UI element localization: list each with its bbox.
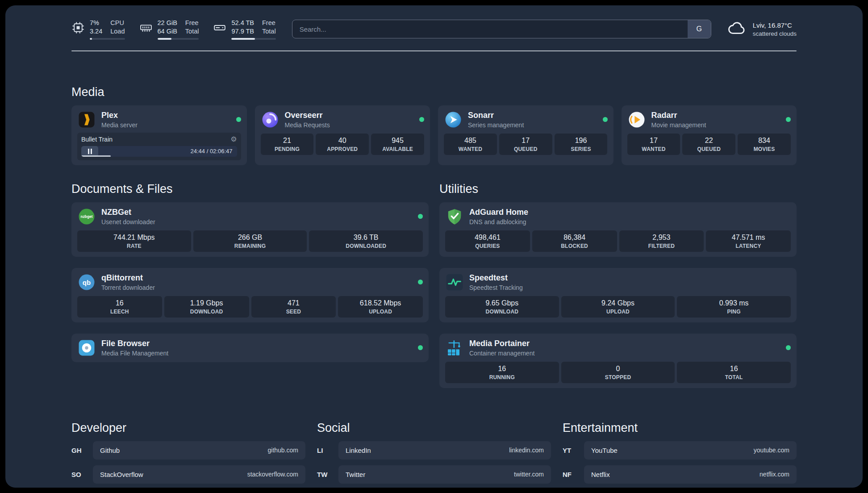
media-grid: Plex Media server Bullet Train ⚙ — [71, 105, 797, 165]
search-input[interactable] — [292, 20, 688, 38]
total-label: Total — [185, 27, 199, 36]
bookmark-stackoverflow[interactable]: StackOverflow stackoverflow.com — [93, 465, 305, 484]
section-title-social: Social — [317, 421, 551, 435]
svg-text:qb: qb — [83, 278, 91, 286]
memory-icon — [139, 21, 153, 34]
filebrowser-card[interactable]: File Browser Media File Management — [71, 334, 429, 362]
svg-text:nzbget: nzbget — [81, 214, 93, 219]
browser-frame: 7% 3.24 CPU Load — [0, 0, 868, 493]
bookmark-row-twitter: TW Twitter twitter.com — [317, 465, 551, 484]
overseerr-card[interactable]: Overseerr Media Requests 21 PENDING 40 A… — [255, 105, 430, 165]
stat-upload: 618.52 Mbps UPLOAD — [338, 296, 423, 318]
utilities-column: Utilities — [439, 182, 797, 388]
dashboard-content: Media Plex Media server — [71, 85, 797, 488]
cpu-label: CPU — [110, 19, 125, 27]
memory-progress-bar — [158, 38, 199, 40]
stat-seed: 471 SEED — [251, 296, 336, 318]
stat-queries: 498,461 QUERIES — [445, 230, 530, 252]
bookmark-row-github: GH Github github.com — [71, 441, 305, 460]
bookmarks-area: Developer GH Github github.com SO StackO… — [71, 421, 797, 488]
stat-available: 945 AVAILABLE — [371, 134, 424, 155]
service-name: File Browser — [101, 339, 168, 348]
status-dot — [418, 214, 423, 219]
search-bar[interactable]: G — [292, 20, 711, 38]
disk-stats: 52.4 TB 97.9 TB Free Total — [231, 19, 275, 40]
service-name: Radarr — [651, 111, 706, 120]
service-subtitle: Container management — [469, 350, 534, 357]
service-name: NZBGet — [101, 208, 155, 217]
adguard-card[interactable]: AdGuard Home DNS and adblocking 498,461 … — [439, 202, 797, 257]
plex-now-playing-widget: Bullet Train ⚙ 24:44 / 02:06:47 — [77, 133, 241, 160]
total-label: Total — [262, 27, 276, 36]
qbittorrent-icon: qb — [77, 273, 96, 292]
weather-widget[interactable]: Lviv, 16.87°C scattered clouds — [727, 21, 797, 37]
stat-ping: 0.993 ms PING — [677, 296, 791, 318]
status-dot — [786, 117, 791, 122]
homepage-dashboard: 7% 3.24 CPU Load — [5, 5, 863, 488]
radarr-icon — [627, 110, 646, 129]
service-subtitle: DNS and adblocking — [469, 218, 528, 226]
service-name: Overseerr — [285, 111, 330, 120]
service-subtitle: Media server — [101, 121, 138, 129]
stat-pending: 21 PENDING — [261, 134, 314, 155]
cpu-progress-fill — [90, 38, 92, 40]
service-name: Speedtest — [469, 273, 523, 283]
service-subtitle: Series management — [468, 121, 524, 129]
bookmark-netflix[interactable]: Netflix netflix.com — [584, 465, 797, 484]
stat-movies: 834 MOVIES — [738, 134, 791, 155]
stat-wanted: 485 WANTED — [444, 134, 497, 155]
stat-wanted: 17 WANTED — [627, 134, 680, 155]
bookmark-group-entertainment: Entertainment YT YouTube youtube.com NF … — [563, 421, 797, 488]
nzbget-card[interactable]: nzbget NZBGet Usenet downloader 74 — [71, 202, 429, 257]
stat-download: 1.19 Gbps DOWNLOAD — [164, 296, 249, 318]
plex-icon — [77, 110, 96, 129]
radarr-card[interactable]: Radarr Movie management 17 WANTED 22 QUE… — [622, 105, 797, 165]
bookmark-abbr: YT — [563, 447, 584, 454]
search-provider-button[interactable]: G — [688, 20, 711, 38]
disk-total-value: 97.9 TB — [231, 27, 254, 36]
disk-progress-fill — [231, 38, 255, 40]
service-name: AdGuard Home — [469, 208, 528, 217]
gear-icon[interactable]: ⚙ — [230, 136, 237, 143]
memory-resource-widget: 22 GiB 64 GiB Free Total — [139, 19, 199, 40]
playback-progress-fill — [81, 155, 111, 157]
section-title-developer: Developer — [71, 421, 305, 435]
bookmark-linkedin[interactable]: LinkedIn linkedin.com — [338, 441, 551, 460]
plex-card[interactable]: Plex Media server Bullet Train ⚙ — [71, 105, 247, 165]
bookmark-abbr: TW — [317, 471, 338, 478]
cpu-progress-bar — [90, 38, 125, 40]
bookmark-youtube[interactable]: YouTube youtube.com — [584, 441, 797, 460]
portainer-card[interactable]: Media Portainer Container management 16 … — [439, 334, 797, 388]
service-subtitle: Speedtest Tracking — [469, 284, 523, 291]
bookmark-github[interactable]: Github github.com — [93, 441, 305, 460]
service-subtitle: Media File Management — [101, 350, 168, 357]
stat-series: 196 SERIES — [555, 134, 608, 155]
bookmark-abbr: GH — [71, 447, 93, 454]
section-title-documents: Documents & Files — [71, 182, 429, 196]
stat-upload: 9.24 Gbps UPLOAD — [561, 296, 675, 318]
cpu-usage-percent: 7% — [90, 19, 102, 27]
speedtest-card[interactable]: Speedtest Speedtest Tracking 9.65 Gbps D… — [439, 268, 797, 322]
disk-icon — [213, 21, 226, 34]
bookmark-row-netflix: NF Netflix netflix.com — [563, 465, 797, 484]
status-dot — [418, 345, 423, 350]
status-dot — [786, 345, 791, 350]
status-dot — [236, 117, 241, 122]
memory-progress-fill — [158, 38, 172, 40]
cpu-resource-widget: 7% 3.24 CPU Load — [71, 19, 125, 40]
load-label: Load — [110, 27, 125, 36]
stat-downloaded: 39.6 TB DOWNLOADED — [309, 230, 423, 252]
pause-icon — [88, 149, 92, 154]
bookmark-row-stackoverflow: SO StackOverflow stackoverflow.com — [71, 465, 305, 484]
qbittorrent-card[interactable]: qb qBittorrent Torrent downloader — [71, 268, 429, 322]
bookmark-abbr: LI — [317, 447, 338, 454]
free-label: Free — [185, 19, 199, 27]
service-name: Media Portainer — [469, 339, 534, 348]
stat-remaining: 266 GB REMAINING — [193, 230, 307, 252]
bookmark-twitter[interactable]: Twitter twitter.com — [338, 465, 551, 484]
playback-progress-bar[interactable]: 24:44 / 02:06:47 — [81, 146, 237, 157]
service-subtitle: Torrent downloader — [101, 284, 155, 291]
memory-stats: 22 GiB 64 GiB Free Total — [158, 19, 199, 40]
cpu-stats: 7% 3.24 CPU Load — [90, 19, 125, 40]
sonarr-card[interactable]: Sonarr Series management 485 WANTED 17 Q… — [438, 105, 613, 165]
